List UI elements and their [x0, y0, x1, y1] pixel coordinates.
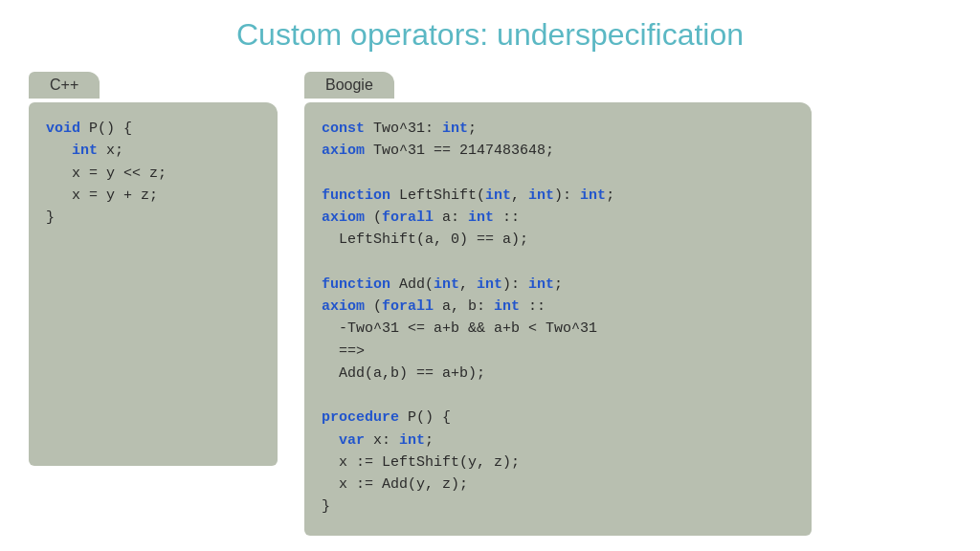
- boogie-panel: const Two^31: int; axiom Two^31 == 21474…: [304, 102, 812, 536]
- slide: Custom operators: underspecification C++…: [0, 0, 980, 551]
- boogie-code: const Two^31: int; axiom Two^31 == 21474…: [322, 118, 794, 518]
- boogie-tab-label: Boogie: [304, 72, 394, 99]
- cpp-tab-label: C++: [29, 72, 100, 99]
- panels-container: C++ void P() { int x; x = y << z; x = y …: [0, 70, 980, 536]
- cpp-code: void P() { int x; x = y << z; x = y + z;…: [46, 118, 260, 229]
- cpp-panel-wrap: C++ void P() { int x; x = y << z; x = y …: [29, 102, 278, 466]
- boogie-panel-wrap: Boogie const Two^31: int; axiom Two^31 =…: [304, 102, 812, 536]
- slide-title: Custom operators: underspecification: [236, 17, 744, 53]
- cpp-panel: void P() { int x; x = y << z; x = y + z;…: [29, 102, 278, 466]
